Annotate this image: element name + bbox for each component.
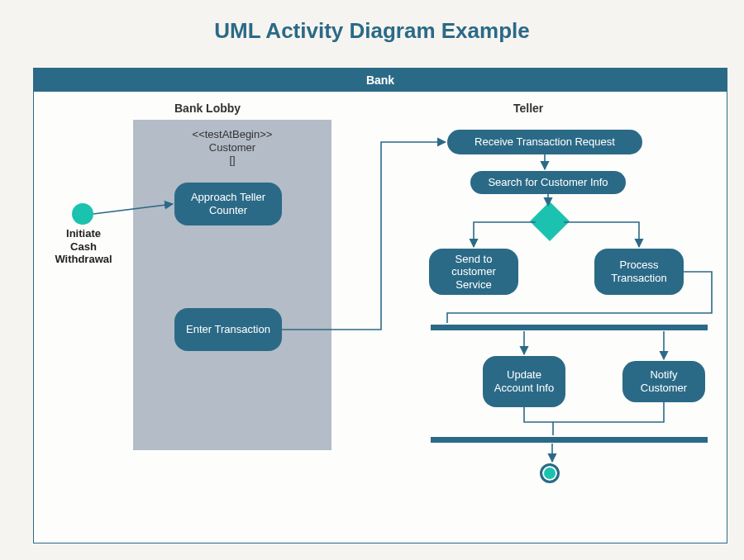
activity-update-account-info: Update Account Info (483, 356, 565, 407)
activity-receive-transaction-request: Receive Transaction Request (447, 130, 642, 154)
final-node (540, 463, 560, 483)
fork-bar (431, 325, 708, 330)
join-bar (431, 437, 708, 443)
diagram-title: UML Activity Diagram Example (0, 18, 744, 44)
lane-label-lobby: Bank Lobby (174, 102, 241, 115)
pool-frame: Bank Bank Lobby Teller <<testAtBegin>> C… (33, 68, 727, 543)
initial-node (72, 203, 93, 225)
decision-node (530, 202, 570, 241)
activity-search-customer-info: Search for Customer Info (470, 171, 626, 194)
activity-notify-customer: Notify Customer (622, 361, 705, 402)
initial-node-label: Initiate Cash Withdrawal (45, 227, 122, 266)
lane-label-teller: Teller (513, 102, 543, 115)
partition-customer: <<testAtBegin>> Customer [] (133, 120, 331, 450)
activity-process-transaction: Process Transaction (594, 249, 684, 295)
partition-stereotype: <<testAtBegin>> (193, 128, 273, 140)
activity-send-customer-service: Send to customer Service (429, 249, 518, 295)
activity-approach-teller-counter: Approach Teller Counter (174, 183, 282, 225)
partition-name: Customer (209, 141, 255, 154)
partition-guard: [] (229, 154, 235, 166)
pool-header: Bank (34, 69, 727, 92)
activity-enter-transaction: Enter Transaction (174, 308, 282, 351)
